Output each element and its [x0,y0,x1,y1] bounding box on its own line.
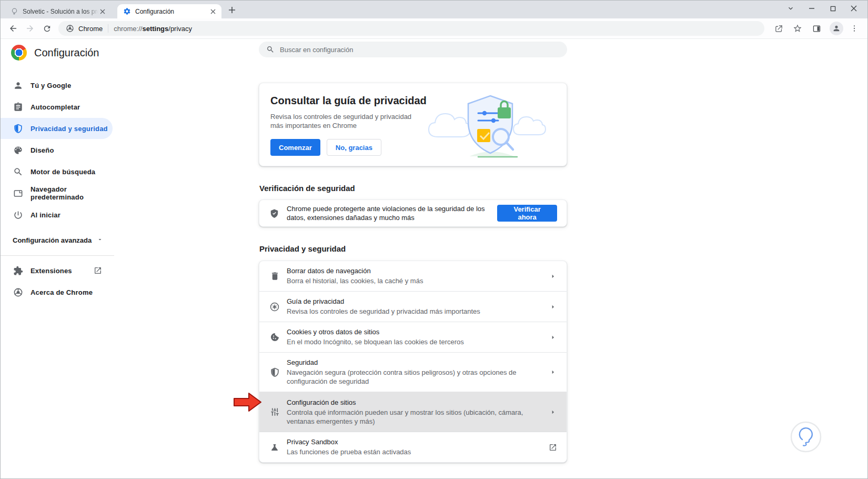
power-icon [13,209,23,220]
close-tab-icon[interactable] [98,7,107,16]
row-subtitle: Navegación segura (protección contra sit… [287,368,531,386]
row-title: Borrar datos de navegación [287,267,547,275]
sidebar-divider [1,255,114,256]
external-link-icon [547,441,559,454]
sidebar-item-al-iniciar[interactable]: Al iniciar [1,204,113,225]
row-subtitle: En el modo Incógnito, se bloquean las co… [287,337,531,346]
row-title: Guía de privacidad [287,297,547,305]
sidebar-item-autocompletar[interactable]: Autocompletar [1,96,113,117]
minimize-button[interactable] [801,1,822,16]
no-gracias-button[interactable]: No, gracias [327,139,381,156]
site-label: Chrome [78,25,103,33]
chevron-right-icon [547,331,559,344]
sidebar-item-motor-busqueda[interactable]: Motor de búsqueda [1,161,113,182]
tab-solvetic[interactable]: Solvetic - Solución a los problem [5,4,111,18]
privacy-section-heading: Privacidad y seguridad [259,244,567,253]
row-title: Cookies y otros datos de sitios [287,328,547,336]
tab-title: Configuración [135,8,209,15]
page-title: Configuración [34,47,99,59]
browser-icon [13,188,23,198]
chrome-icon [13,287,23,297]
search-input[interactable] [280,46,564,54]
row-guia-privacidad[interactable]: Guía de privacidad Revisa los controles … [259,291,567,322]
chevron-right-icon [547,366,559,378]
close-tab-icon[interactable] [209,7,217,16]
tab-configuracion[interactable]: Configuración [117,4,221,18]
settings-gear-icon [123,7,131,16]
url-text: chrome://settings/privacy [114,25,192,33]
solvetic-watermark-icon [790,421,822,453]
tab-title: Solvetic - Solución a los problem [23,8,98,15]
omnibox-divider [108,24,108,33]
tune-icon [269,407,280,417]
maximize-button[interactable] [822,1,843,16]
row-configuracion-sitios[interactable]: Configuración de sitios Controla qué inf… [259,392,567,432]
settings-sidebar: Configuración Tú y Google Autocompletar … [1,39,132,303]
settings-search[interactable] [259,42,567,57]
comenzar-button[interactable]: Comenzar [270,139,320,156]
row-cookies[interactable]: Cookies y otros datos de sitios En el mo… [259,322,567,352]
sidebar-item-diseno[interactable]: Diseño [1,139,113,161]
row-subtitle: Borra el historial, las cookies, la cach… [287,276,531,285]
solvetic-favicon-icon [10,7,18,16]
shield-icon [13,123,23,134]
menu-dots-icon[interactable] [846,21,862,36]
sidebar-item-tu-y-google[interactable]: Tú y Google [1,75,113,96]
sidebar-item-privacidad[interactable]: Privacidad y seguridad [1,118,113,139]
cookie-icon [269,332,280,343]
tab-search-icon[interactable] [780,1,801,16]
chevron-right-icon [547,270,559,283]
new-tab-button[interactable] [225,3,239,17]
bookmark-star-icon[interactable] [790,21,805,36]
search-icon [13,166,23,177]
back-icon[interactable] [6,21,21,36]
palette-icon [13,145,23,155]
safety-check-text: Chrome puede protegerte ante violaciones… [287,204,497,222]
safety-check-card: Chrome puede protegerte ante violaciones… [259,199,567,227]
external-link-icon [94,266,102,275]
privacy-list-card: Borrar datos de navegación Borra el hist… [259,261,567,463]
verificar-ahora-button[interactable]: Verificar ahora [497,205,557,222]
sidebar-item-navegador[interactable]: Navegador predeterminado [1,183,113,204]
row-title: Seguridad [287,358,547,366]
search-icon [266,45,275,54]
settings-main: Consultar la guía de privacidad Revisa l… [259,39,567,473]
row-subtitle: Las funciones de prueba están activadas [287,447,531,456]
side-panel-icon[interactable] [809,21,824,36]
security-shield-icon [269,367,280,377]
chrome-logo-icon [11,45,27,61]
browser-toolbar: Chrome chrome://settings/privacy [1,18,867,39]
red-arrow-annotation [233,392,263,413]
advanced-settings-toggle[interactable]: Configuración avanzada [1,229,113,251]
reload-icon[interactable] [39,21,54,36]
profile-avatar[interactable] [830,22,843,35]
forward-icon[interactable] [23,21,37,36]
sidebar-item-extensiones[interactable]: Extensiones [1,260,113,281]
chevron-down-icon [97,235,103,245]
clipboard-icon [13,102,23,112]
privacy-illustration [419,88,561,162]
row-subtitle: Revisa los controles de seguridad y priv… [287,307,531,316]
row-privacy-sandbox[interactable]: Privacy Sandbox Las funciones de prueba … [259,432,567,462]
card-description: Revisa los controles de seguridad y priv… [270,112,412,130]
chrome-site-icon [66,24,74,33]
row-borrar-datos[interactable]: Borrar datos de navegación Borra el hist… [259,261,567,291]
flask-icon [269,442,280,453]
sidebar-item-acerca-de-chrome[interactable]: Acerca de Chrome [1,282,113,303]
share-icon[interactable] [771,21,786,36]
tab-strip: Solvetic - Solución a los problem Config… [1,1,867,18]
row-subtitle: Controla qué información pueden usar y m… [287,408,531,426]
person-icon [13,80,23,91]
chevron-right-icon [547,301,559,313]
shield-check-icon [269,208,279,219]
chevron-right-icon [547,406,559,418]
row-seguridad[interactable]: Seguridad Navegación segura (protección … [259,352,567,392]
safety-check-heading: Verificación de seguridad [259,184,567,193]
privacy-guide-icon [269,302,280,312]
settings-page: Configuración Tú y Google Autocompletar … [1,39,867,478]
address-bar[interactable]: Chrome chrome://settings/privacy [58,21,764,36]
row-title: Configuración de sitios [287,398,547,406]
browser-window: Solvetic - Solución a los problem Config… [0,0,868,479]
close-window-button[interactable] [843,1,864,16]
trash-icon [269,271,280,282]
